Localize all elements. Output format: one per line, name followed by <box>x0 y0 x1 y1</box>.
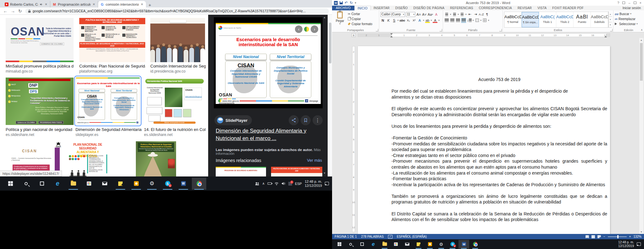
tab-audio-icon[interactable] <box>40 3 43 6</box>
skype-icon[interactable]: S1 <box>447 240 458 249</box>
task-view-icon[interactable] <box>35 178 49 190</box>
superscript-button[interactable]: X² <box>412 18 416 23</box>
reload-icon[interactable]: ↻ <box>18 9 22 13</box>
sticky-notes-icon[interactable] <box>413 240 424 249</box>
scrollbar-thumb[interactable] <box>329 23 331 63</box>
store-icon[interactable] <box>82 178 96 190</box>
grow-font-button[interactable]: A˄ <box>416 12 421 17</box>
caption-title[interactable]: Comisión Intersectorial de Seg... <box>150 64 206 69</box>
ribbon-tab[interactable]: ARCHIVO <box>332 6 354 10</box>
copy-button[interactable]: Copiar <box>348 17 361 21</box>
justify-button[interactable] <box>461 18 466 23</box>
increase-indent-button[interactable]: ⇥ <box>473 12 478 17</box>
align-left-button[interactable] <box>444 18 449 23</box>
share-button[interactable] <box>289 115 299 125</box>
change-case-button[interactable]: Aa▾ <box>428 12 433 17</box>
read-mode-icon[interactable] <box>586 235 589 238</box>
caption-title[interactable]: Colombia: Plan Nacional de Seguridad A..… <box>79 64 145 69</box>
restore-icon[interactable] <box>634 2 636 4</box>
align-center-button[interactable] <box>450 18 455 23</box>
italic-button[interactable]: K <box>386 18 391 23</box>
gold-app-icon[interactable] <box>425 240 435 249</box>
caption-title[interactable]: 14. El futuro de la nutrición en Colo... <box>144 127 206 132</box>
forward-icon[interactable]: → <box>11 9 15 13</box>
result-thumbnail-politica-2008[interactable]: POLÍTICA NACIONAL DE SEGURIDAD ALIMENTAR… <box>79 18 145 62</box>
hidden-icons-chevron[interactable]: ∧ <box>262 181 265 186</box>
settings-gear-icon[interactable]: ⚙ <box>436 240 447 249</box>
zoom-slider[interactable] <box>608 236 627 237</box>
panel-scroll-up-icon[interactable]: ▲ <box>323 16 326 19</box>
mail-icon[interactable] <box>402 240 413 249</box>
browser-tab-google-active[interactable]: G comisión intersectorial de seguri × <box>98 1 146 8</box>
store-icon[interactable] <box>391 240 401 249</box>
ribbon-tab[interactable]: INSERTAR <box>371 6 392 10</box>
font-size-combo[interactable]: 11▾ <box>406 12 415 17</box>
ribbon-tab[interactable]: VISTA <box>535 6 549 10</box>
ribbon-tab[interactable]: DISEÑO DE PÁGINA <box>411 6 447 10</box>
save-icon[interactable] <box>340 1 343 4</box>
first-line-indent-marker[interactable] <box>390 33 393 35</box>
scroll-up-icon[interactable]: ▲ <box>640 39 643 41</box>
format-painter-button[interactable]: Copiar formato <box>348 22 372 26</box>
result-thumbnail-herramientas[interactable]: Herramientas Política Nacional SAN Comis… <box>144 78 205 125</box>
ribbon-tab[interactable]: INICIO <box>354 6 371 10</box>
ribbon-tab[interactable]: DISEÑO <box>392 6 411 10</box>
underline-button[interactable]: S <box>392 18 397 23</box>
style-item[interactable]: AaBbCcD Título 2 <box>556 12 574 27</box>
zoom-level[interactable]: 132% <box>633 235 641 238</box>
address-bar[interactable]: google.com/search?rlz=1C1GCEA_enCO859CO8… <box>25 8 329 14</box>
related-thumbnail[interactable]: POLÍTICA NACIONAL DE SEGURIDAD ALIMENTAR… <box>271 167 322 176</box>
multilevel-list-button[interactable] <box>460 12 464 17</box>
cut-button[interactable]: ✂ Cortar <box>348 12 360 16</box>
result-caption[interactable]: MinSalud promueve política pública de se… <box>6 64 74 74</box>
result-caption[interactable]: Política y plan nacional de seguridad al… <box>6 127 74 137</box>
result-thumbnail-plan-2017[interactable]: PLAN NACIONAL DE SEGURIDAD ALIMENTARIA Y… <box>67 141 108 176</box>
start-button[interactable] <box>3 178 18 190</box>
horizontal-ruler[interactable]: L 321 1234567891011121314151617 <box>332 32 644 38</box>
help-icon[interactable]: ? <box>617 1 619 5</box>
sign-in-link[interactable]: Iniciar sesión <box>623 6 644 10</box>
battery-icon[interactable] <box>268 182 272 185</box>
undo-icon[interactable]: ↶ <box>345 1 348 5</box>
scrollbar-thumb[interactable] <box>640 43 643 81</box>
ribbon-tab[interactable]: REVISAR <box>515 6 535 10</box>
caption-title[interactable]: Política y plan nacional de seguridad al… <box>6 127 74 132</box>
previous-image-button[interactable]: ‹ <box>295 25 303 33</box>
back-icon[interactable]: ← <box>3 9 8 13</box>
style-item[interactable]: AaBl Puesto <box>574 12 591 27</box>
right-indent-marker[interactable] <box>604 36 607 37</box>
font-name-combo[interactable]: Calibri (Cuerp▾ <box>380 12 405 17</box>
page-scrollbar[interactable] <box>328 15 332 176</box>
print-layout-icon[interactable] <box>591 235 595 238</box>
style-item[interactable]: AaBbCcDc ¶ Sin espa... <box>522 12 539 27</box>
search-icon[interactable] <box>19 178 33 190</box>
paragraph-dialog-launcher[interactable] <box>499 29 502 31</box>
related-thumbnail[interactable]: PROGRAMA DE SEGURIDAD ALIMENTARIA <box>216 167 266 176</box>
notification-app-icon[interactable]: 1 <box>288 182 292 186</box>
clipboard-dialog-launcher[interactable] <box>376 29 378 31</box>
result-caption[interactable]: Comisión Intersectorial de Seg... id.pre… <box>150 64 206 74</box>
sort-button[interactable]: A↓Z <box>479 12 484 17</box>
clock[interactable]: 12:48 p. m.12/12/2019 <box>305 180 322 188</box>
result-caption[interactable]: Dimensión de Seguridad Alimentaria y ...… <box>75 127 142 137</box>
language-status[interactable]: ESPAÑOL (ESPAÑA) <box>397 235 427 238</box>
mail-icon[interactable] <box>97 178 112 190</box>
minimize-icon[interactable]: – <box>628 1 630 5</box>
tab-close-icon[interactable]: × <box>140 2 144 7</box>
zoom-out-icon[interactable]: − <box>603 235 605 238</box>
ribbon-display-icon[interactable] <box>622 2 625 4</box>
redo-icon[interactable]: ↻ <box>350 1 353 5</box>
align-right-button[interactable] <box>456 18 460 23</box>
styles-dialog-launcher[interactable] <box>610 29 613 31</box>
language-indicator[interactable]: ESP <box>295 182 302 186</box>
ribbon-tab[interactable]: CORRESPONDENCIA <box>476 6 515 10</box>
bookmark-button[interactable] <box>301 115 311 125</box>
result-thumbnail-poncho[interactable]: Política y Plan Nacional de Seguridad Al… <box>136 141 176 176</box>
font-dialog-launcher[interactable] <box>440 29 442 31</box>
highlight-button[interactable]: ab <box>425 18 430 23</box>
ribbon-tab[interactable]: FOXIT READER PDF <box>549 6 586 10</box>
page-count[interactable]: PÁGINA 1 DE 1 <box>335 235 357 238</box>
people-icon[interactable] <box>255 182 259 185</box>
hanging-indent-marker[interactable] <box>390 36 393 37</box>
edge-icon[interactable]: e <box>50 178 65 190</box>
